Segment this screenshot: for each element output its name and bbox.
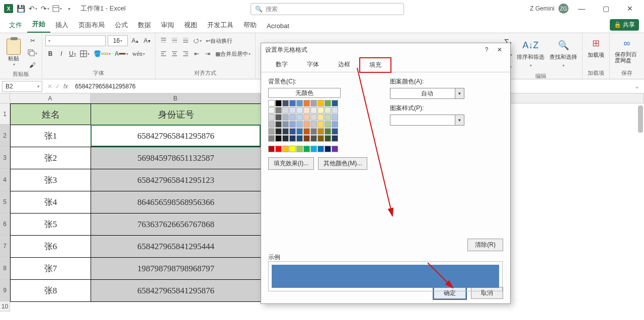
underline-button[interactable]: U	[67, 48, 77, 59]
dialog-help-button[interactable]: ?	[480, 44, 493, 55]
row-header[interactable]: 4	[0, 169, 10, 191]
color-swatch[interactable]	[275, 114, 282, 121]
color-swatch[interactable]	[275, 146, 282, 152]
fill-color-button[interactable]: 🪣	[92, 48, 112, 59]
cells-area[interactable]: 姓名 身份证号 张1658427965841295876 张2569845978…	[10, 103, 261, 311]
color-swatch[interactable]	[317, 114, 324, 121]
row-header[interactable]: 10	[0, 301, 10, 311]
color-swatch[interactable]	[310, 121, 317, 128]
color-swatch[interactable]	[268, 121, 275, 128]
find-select-button[interactable]: 🔍 查找和选择	[547, 37, 579, 69]
color-swatch[interactable]	[332, 128, 338, 135]
col-header-b[interactable]: B	[91, 93, 261, 103]
dlg-tab-number[interactable]: 数字	[266, 57, 297, 72]
align-left-icon[interactable]	[158, 48, 169, 59]
enter-formula-icon[interactable]: ✓	[55, 83, 60, 90]
color-swatch[interactable]	[332, 121, 338, 128]
color-swatch[interactable]	[282, 121, 289, 128]
pattern-color-combo[interactable]: 自动▾	[390, 88, 464, 99]
name-box[interactable]: B2▾	[2, 81, 42, 92]
color-swatch[interactable]	[275, 107, 282, 114]
more-colors-button[interactable]: 其他颜色(M)...	[318, 157, 367, 170]
color-swatch[interactable]	[289, 146, 296, 152]
row-header[interactable]: 6	[0, 213, 10, 235]
italic-button[interactable]: I	[56, 48, 66, 59]
color-swatch[interactable]	[325, 146, 331, 152]
color-swatch[interactable]	[282, 100, 289, 106]
align-right-icon[interactable]	[181, 48, 191, 59]
color-swatch[interactable]	[282, 128, 289, 135]
increase-font-icon[interactable]: A▴	[130, 35, 140, 46]
orientation-icon[interactable]: ⭯	[192, 35, 203, 46]
row-header[interactable]: 8	[0, 257, 10, 279]
color-swatch[interactable]	[275, 121, 282, 128]
maximize-icon[interactable]: ▢	[595, 1, 617, 16]
redo-icon[interactable]	[39, 3, 50, 14]
color-swatch[interactable]	[317, 135, 324, 142]
search-input[interactable]: 🔍 搜索	[251, 3, 404, 15]
row-header[interactable]: 9	[0, 279, 10, 301]
decrease-indent-icon[interactable]: ⇤	[192, 48, 202, 59]
color-swatch[interactable]	[275, 135, 282, 142]
share-button[interactable]: 🔒 共享	[610, 19, 639, 31]
color-swatch[interactable]	[289, 135, 296, 142]
color-swatch[interactable]	[303, 135, 310, 142]
font-size-combo[interactable]: 16	[108, 35, 128, 46]
color-swatch[interactable]	[303, 114, 310, 121]
bold-button[interactable]: B	[45, 48, 55, 59]
fx-icon[interactable]: fx	[63, 83, 68, 90]
row-header[interactable]: 7	[0, 235, 10, 257]
color-swatch[interactable]	[325, 107, 331, 114]
color-swatch[interactable]	[332, 135, 338, 142]
decrease-font-icon[interactable]: A▾	[142, 35, 152, 46]
color-swatch[interactable]	[325, 135, 331, 142]
color-swatch[interactable]	[275, 100, 282, 106]
border-button[interactable]	[78, 48, 91, 59]
tab-home[interactable]: 开始	[27, 17, 50, 33]
tab-review[interactable]: 审阅	[156, 18, 179, 33]
row-header[interactable]: 2	[0, 125, 10, 147]
color-swatch[interactable]	[296, 114, 303, 121]
color-swatch[interactable]	[289, 100, 296, 106]
window-close-icon[interactable]: ✕	[619, 1, 641, 16]
color-swatch[interactable]	[268, 107, 275, 114]
color-swatch[interactable]	[268, 114, 275, 121]
copy-icon[interactable]	[26, 47, 39, 58]
undo-icon[interactable]	[27, 3, 38, 14]
align-middle-icon[interactable]	[170, 35, 180, 46]
touch-mode-icon[interactable]	[51, 3, 62, 14]
color-swatch[interactable]	[332, 146, 338, 152]
cancel-formula-icon[interactable]: ✕	[47, 83, 52, 90]
tab-layout[interactable]: 页面布局	[73, 18, 110, 33]
color-swatch[interactable]	[325, 114, 331, 121]
align-bottom-icon[interactable]	[181, 35, 191, 46]
color-swatch[interactable]	[325, 121, 331, 128]
dlg-tab-fill[interactable]: 填充	[360, 58, 391, 72]
font-name-combo[interactable]	[45, 35, 106, 46]
tab-acrobat[interactable]: Acrobat	[262, 19, 294, 33]
customize-qat-icon[interactable]: ▾	[63, 3, 74, 14]
tab-insert[interactable]: 插入	[50, 18, 73, 33]
wrap-text-button[interactable]: ↩自动换行	[204, 35, 234, 46]
color-swatch[interactable]	[310, 128, 317, 135]
font-color-button[interactable]: A	[113, 48, 130, 59]
tab-formula[interactable]: 公式	[110, 18, 133, 33]
dlg-tab-border[interactable]: 边框	[329, 57, 360, 72]
phonetic-button[interactable]: wén	[131, 48, 146, 59]
color-swatch[interactable]	[296, 146, 303, 152]
color-swatch[interactable]	[303, 128, 310, 135]
color-swatch[interactable]	[310, 107, 317, 114]
color-swatch[interactable]	[289, 114, 296, 121]
dialog-titlebar[interactable]: 设置单元格格式 ? ✕	[261, 43, 510, 56]
cut-icon[interactable]	[26, 35, 39, 46]
color-swatch[interactable]	[282, 146, 289, 152]
row-header[interactable]: 1	[0, 103, 10, 125]
align-top-icon[interactable]	[158, 35, 169, 46]
color-swatch[interactable]	[332, 100, 338, 106]
row-header[interactable]: 5	[0, 191, 10, 213]
sort-filter-button[interactable]: A↓Z 排序和筛选	[515, 37, 546, 69]
minimize-icon[interactable]: —	[571, 1, 593, 16]
color-swatch[interactable]	[310, 146, 317, 152]
avatar[interactable]: ZG	[558, 4, 569, 14]
color-swatch[interactable]	[268, 135, 275, 142]
